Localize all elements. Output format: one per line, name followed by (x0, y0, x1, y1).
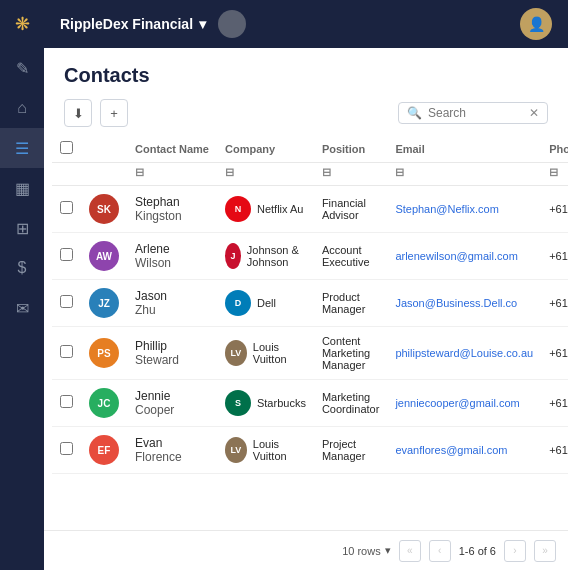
table-row: JZ Jason Zhu D Dell Product Manager Jaso… (52, 280, 568, 327)
row-position: Account Executive (314, 233, 387, 280)
last-page-button[interactable]: » (534, 540, 556, 562)
row-phone: +61 332 553 311 (541, 186, 568, 233)
header-contact-name: Contact Name (127, 135, 217, 163)
table-row: JC Jennie Cooper S Starbucks Marketing C… (52, 380, 568, 427)
filter-position[interactable]: ⊟ (314, 163, 387, 186)
app-title: RippleDex Financial (60, 16, 193, 32)
filter-contact-name[interactable]: ⊟ (127, 163, 217, 186)
email-value: arlenewilson@gmail.com (395, 250, 517, 262)
row-company: D Dell (217, 280, 314, 327)
row-checkbox-2[interactable] (60, 248, 73, 261)
row-email: Jason@Business.Dell.co (387, 280, 541, 327)
select-all-checkbox[interactable] (60, 141, 73, 154)
company-cell: LV Louis Vuitton (225, 437, 306, 463)
first-page-button[interactable]: « (399, 540, 421, 562)
row-checkbox-cell[interactable] (52, 233, 81, 280)
next-page-button[interactable]: › (504, 540, 526, 562)
row-position: Project Manager (314, 427, 387, 474)
topbar-status-dot (218, 10, 246, 38)
filter-company[interactable]: ⊟ (217, 163, 314, 186)
row-avatar-cell: SK (81, 186, 127, 233)
contact-avatar: PS (89, 338, 119, 368)
main-content: RippleDex Financial ▾ 👤 Contacts ⬇ + 🔍 (44, 0, 568, 570)
row-checkbox-cell[interactable] (52, 280, 81, 327)
row-contact-name: Evan Florence (127, 427, 217, 474)
row-checkbox-5[interactable] (60, 395, 73, 408)
table-row: EF Evan Florence LV Louis Vuitton Projec… (52, 427, 568, 474)
row-checkbox-cell[interactable] (52, 380, 81, 427)
row-checkbox-3[interactable] (60, 295, 73, 308)
phone-value: +61 493 280 776 (549, 250, 568, 262)
grid-icon: ⊞ (16, 219, 29, 238)
row-phone: +61 433 553 122 (541, 280, 568, 327)
row-position: Product Manager (314, 280, 387, 327)
filter-contact-icon[interactable]: ⊟ (135, 166, 144, 179)
toolbar: ⬇ + 🔍 ✕ (44, 95, 568, 135)
sidebar-item-home[interactable]: ⌂ (0, 88, 44, 128)
sidebar-item-finance[interactable]: $ (0, 248, 44, 288)
contact-last-name: Steward (135, 353, 209, 367)
sidebar-item-messages[interactable]: ✉ (0, 288, 44, 328)
row-checkbox-cell[interactable] (52, 186, 81, 233)
close-icon[interactable]: ✕ (529, 106, 539, 120)
row-contact-name: Jennie Cooper (127, 380, 217, 427)
contact-last-name: Kingston (135, 209, 209, 223)
company-logo: LV (225, 437, 247, 463)
row-checkbox-cell[interactable] (52, 427, 81, 474)
company-logo: J (225, 243, 241, 269)
topbar: RippleDex Financial ▾ 👤 (44, 0, 568, 48)
filter-phone[interactable]: ⊟ (541, 163, 568, 186)
user-avatar[interactable]: 👤 (520, 8, 552, 40)
filter-company-icon[interactable]: ⊟ (225, 166, 234, 179)
app-title-container: RippleDex Financial ▾ (60, 16, 206, 32)
search-box[interactable]: 🔍 ✕ (398, 102, 548, 124)
row-contact-name: Jason Zhu (127, 280, 217, 327)
rows-chevron-icon: ▾ (385, 544, 391, 557)
search-icon: 🔍 (407, 106, 422, 120)
row-position: Marketing Coordinator (314, 380, 387, 427)
row-checkbox-4[interactable] (60, 345, 73, 358)
filter-phone-icon[interactable]: ⊟ (549, 166, 558, 179)
contact-avatar: AW (89, 241, 119, 271)
row-checkbox-1[interactable] (60, 201, 73, 214)
dollar-icon: $ (18, 259, 27, 277)
row-company: LV Louis Vuitton (217, 427, 314, 474)
filter-row: ⊟ ⊟ ⊟ ⊟ ⊟ (52, 163, 568, 186)
company-name: Netflix Au (257, 203, 303, 215)
row-avatar-cell: AW (81, 233, 127, 280)
filter-email-icon[interactable]: ⊟ (395, 166, 404, 179)
add-button[interactable]: + (100, 99, 128, 127)
row-email: Stephan@Neflix.com (387, 186, 541, 233)
contact-avatar: SK (89, 194, 119, 224)
row-checkbox-6[interactable] (60, 442, 73, 455)
search-input[interactable] (428, 106, 523, 120)
company-cell: J Johnson & Johnson (225, 243, 306, 269)
app-logo[interactable]: ❋ (0, 0, 44, 48)
header-checkbox-col (52, 135, 81, 163)
row-email: jenniecooper@gmail.com (387, 380, 541, 427)
phone-value: +61 419 603 987 (549, 347, 568, 359)
header-position: Position (314, 135, 387, 163)
sidebar-item-list[interactable]: ☰ (0, 128, 44, 168)
company-name: Louis Vuitton (253, 341, 306, 365)
row-checkbox-cell[interactable] (52, 327, 81, 380)
contact-first-name: Jason (135, 289, 209, 303)
download-button[interactable]: ⬇ (64, 99, 92, 127)
app-chevron[interactable]: ▾ (199, 16, 206, 32)
sidebar-item-edit[interactable]: ✎ (0, 48, 44, 88)
sidebar-item-grid[interactable]: ⊞ (0, 208, 44, 248)
prev-page-button[interactable]: ‹ (429, 540, 451, 562)
row-avatar-cell: EF (81, 427, 127, 474)
filter-position-icon[interactable]: ⊟ (322, 166, 331, 179)
filter-email[interactable]: ⊟ (387, 163, 541, 186)
row-phone: +61 493 280 776 (541, 233, 568, 280)
table-row: PS Phillip Steward LV Louis Vuitton Cont… (52, 327, 568, 380)
next-page-icon: › (513, 545, 516, 556)
company-cell: N Netflix Au (225, 196, 306, 222)
rows-per-page-selector[interactable]: 10 rows ▾ (342, 544, 391, 557)
sidebar-item-calendar[interactable]: ▦ (0, 168, 44, 208)
contact-last-name: Florence (135, 450, 209, 464)
rows-label: 10 rows (342, 545, 381, 557)
email-value: philipsteward@Louise.co.au (395, 347, 533, 359)
phone-value: +61 433 553 122 (549, 297, 568, 309)
